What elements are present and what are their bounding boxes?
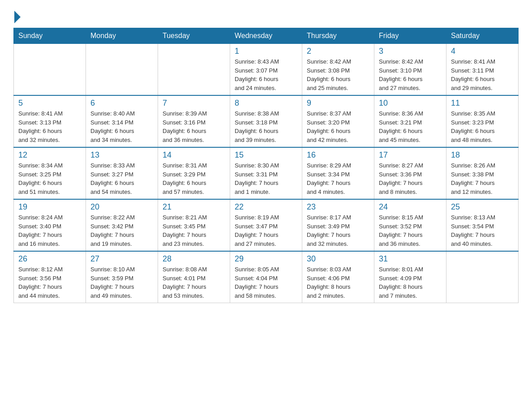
day-info: Sunrise: 8:39 AM Sunset: 3:16 PM Dayligh… bbox=[163, 109, 225, 144]
day-info: Sunrise: 8:01 AM Sunset: 4:09 PM Dayligh… bbox=[379, 265, 442, 300]
day-number: 5 bbox=[18, 98, 81, 108]
day-number: 17 bbox=[379, 150, 442, 160]
weekday-header-monday: Monday bbox=[86, 28, 158, 44]
calendar-cell: 12Sunrise: 8:34 AM Sunset: 3:25 PM Dayli… bbox=[14, 147, 86, 199]
calendar-cell: 4Sunrise: 8:41 AM Sunset: 3:11 PM Daylig… bbox=[446, 44, 519, 96]
day-info: Sunrise: 8:05 AM Sunset: 4:04 PM Dayligh… bbox=[235, 265, 297, 300]
week-row-2: 5Sunrise: 8:41 AM Sunset: 3:13 PM Daylig… bbox=[14, 95, 519, 147]
calendar-cell: 18Sunrise: 8:26 AM Sunset: 3:38 PM Dayli… bbox=[446, 147, 519, 199]
day-info: Sunrise: 8:30 AM Sunset: 3:31 PM Dayligh… bbox=[235, 161, 297, 196]
day-info: Sunrise: 8:34 AM Sunset: 3:25 PM Dayligh… bbox=[18, 161, 81, 196]
calendar-cell: 9Sunrise: 8:37 AM Sunset: 3:20 PM Daylig… bbox=[302, 95, 374, 147]
day-number: 7 bbox=[163, 98, 225, 108]
day-info: Sunrise: 8:41 AM Sunset: 3:13 PM Dayligh… bbox=[18, 109, 81, 144]
day-number: 22 bbox=[235, 202, 297, 212]
day-number: 15 bbox=[235, 150, 297, 160]
calendar-cell: 22Sunrise: 8:19 AM Sunset: 3:47 PM Dayli… bbox=[230, 199, 302, 251]
day-number: 18 bbox=[451, 150, 514, 160]
day-info: Sunrise: 8:22 AM Sunset: 3:42 PM Dayligh… bbox=[90, 213, 153, 248]
calendar-cell: 30Sunrise: 8:03 AM Sunset: 4:06 PM Dayli… bbox=[302, 251, 374, 303]
day-number: 10 bbox=[379, 98, 442, 108]
calendar-cell bbox=[86, 44, 158, 96]
day-number: 9 bbox=[307, 98, 369, 108]
calendar-cell: 25Sunrise: 8:13 AM Sunset: 3:54 PM Dayli… bbox=[446, 199, 519, 251]
page-header bbox=[13, 9, 519, 23]
calendar-cell: 6Sunrise: 8:40 AM Sunset: 3:14 PM Daylig… bbox=[86, 95, 158, 147]
day-info: Sunrise: 8:12 AM Sunset: 3:56 PM Dayligh… bbox=[18, 265, 81, 300]
day-number: 14 bbox=[163, 150, 225, 160]
day-number: 13 bbox=[90, 150, 153, 160]
day-number: 29 bbox=[235, 254, 297, 264]
weekday-header-sunday: Sunday bbox=[14, 28, 86, 44]
week-row-3: 12Sunrise: 8:34 AM Sunset: 3:25 PM Dayli… bbox=[14, 147, 519, 199]
calendar-cell: 26Sunrise: 8:12 AM Sunset: 3:56 PM Dayli… bbox=[14, 251, 86, 303]
calendar-cell: 11Sunrise: 8:35 AM Sunset: 3:23 PM Dayli… bbox=[446, 95, 519, 147]
day-number: 20 bbox=[90, 202, 153, 212]
day-number: 2 bbox=[307, 47, 369, 56]
day-info: Sunrise: 8:24 AM Sunset: 3:40 PM Dayligh… bbox=[18, 213, 81, 248]
calendar-cell: 31Sunrise: 8:01 AM Sunset: 4:09 PM Dayli… bbox=[374, 251, 446, 303]
day-info: Sunrise: 8:17 AM Sunset: 3:49 PM Dayligh… bbox=[307, 213, 369, 248]
calendar-cell: 16Sunrise: 8:29 AM Sunset: 3:34 PM Dayli… bbox=[302, 147, 374, 199]
day-info: Sunrise: 8:33 AM Sunset: 3:27 PM Dayligh… bbox=[90, 161, 153, 196]
day-info: Sunrise: 8:10 AM Sunset: 3:59 PM Dayligh… bbox=[90, 265, 153, 300]
day-info: Sunrise: 8:08 AM Sunset: 4:01 PM Dayligh… bbox=[163, 265, 225, 300]
week-row-4: 19Sunrise: 8:24 AM Sunset: 3:40 PM Dayli… bbox=[14, 199, 519, 251]
calendar-cell bbox=[446, 251, 519, 303]
day-info: Sunrise: 8:38 AM Sunset: 3:18 PM Dayligh… bbox=[235, 109, 297, 144]
calendar-cell bbox=[158, 44, 230, 96]
weekday-header-saturday: Saturday bbox=[446, 28, 519, 44]
day-info: Sunrise: 8:42 AM Sunset: 3:10 PM Dayligh… bbox=[379, 57, 442, 92]
day-info: Sunrise: 8:03 AM Sunset: 4:06 PM Dayligh… bbox=[307, 265, 369, 300]
day-info: Sunrise: 8:31 AM Sunset: 3:29 PM Dayligh… bbox=[163, 161, 225, 196]
day-info: Sunrise: 8:19 AM Sunset: 3:47 PM Dayligh… bbox=[235, 213, 297, 248]
weekday-header-friday: Friday bbox=[374, 28, 446, 44]
calendar-cell: 29Sunrise: 8:05 AM Sunset: 4:04 PM Dayli… bbox=[230, 251, 302, 303]
day-number: 1 bbox=[235, 47, 297, 56]
day-number: 23 bbox=[307, 202, 369, 212]
day-number: 30 bbox=[307, 254, 369, 264]
calendar-cell: 19Sunrise: 8:24 AM Sunset: 3:40 PM Dayli… bbox=[14, 199, 86, 251]
calendar-table: SundayMondayTuesdayWednesdayThursdayFrid… bbox=[13, 28, 519, 303]
day-info: Sunrise: 8:41 AM Sunset: 3:11 PM Dayligh… bbox=[451, 57, 514, 92]
day-number: 28 bbox=[163, 254, 225, 264]
calendar-cell: 2Sunrise: 8:42 AM Sunset: 3:08 PM Daylig… bbox=[302, 44, 374, 96]
day-info: Sunrise: 8:13 AM Sunset: 3:54 PM Dayligh… bbox=[451, 213, 514, 248]
day-number: 27 bbox=[90, 254, 153, 264]
day-info: Sunrise: 8:40 AM Sunset: 3:14 PM Dayligh… bbox=[90, 109, 153, 144]
day-info: Sunrise: 8:35 AM Sunset: 3:23 PM Dayligh… bbox=[451, 109, 514, 144]
day-info: Sunrise: 8:27 AM Sunset: 3:36 PM Dayligh… bbox=[379, 161, 442, 196]
calendar-cell: 13Sunrise: 8:33 AM Sunset: 3:27 PM Dayli… bbox=[86, 147, 158, 199]
day-info: Sunrise: 8:43 AM Sunset: 3:07 PM Dayligh… bbox=[235, 57, 297, 92]
calendar-cell: 7Sunrise: 8:39 AM Sunset: 3:16 PM Daylig… bbox=[158, 95, 230, 147]
week-row-5: 26Sunrise: 8:12 AM Sunset: 3:56 PM Dayli… bbox=[14, 251, 519, 303]
calendar-cell: 8Sunrise: 8:38 AM Sunset: 3:18 PM Daylig… bbox=[230, 95, 302, 147]
day-number: 26 bbox=[18, 254, 81, 264]
weekday-header-wednesday: Wednesday bbox=[230, 28, 302, 44]
calendar-cell: 28Sunrise: 8:08 AM Sunset: 4:01 PM Dayli… bbox=[158, 251, 230, 303]
day-number: 16 bbox=[307, 150, 369, 160]
day-info: Sunrise: 8:37 AM Sunset: 3:20 PM Dayligh… bbox=[307, 109, 369, 144]
logo-arrow-icon bbox=[14, 11, 21, 23]
calendar-cell: 17Sunrise: 8:27 AM Sunset: 3:36 PM Dayli… bbox=[374, 147, 446, 199]
calendar-cell: 5Sunrise: 8:41 AM Sunset: 3:13 PM Daylig… bbox=[14, 95, 86, 147]
day-number: 25 bbox=[451, 202, 514, 212]
day-number: 8 bbox=[235, 98, 297, 108]
day-info: Sunrise: 8:26 AM Sunset: 3:38 PM Dayligh… bbox=[451, 161, 514, 196]
calendar-cell: 15Sunrise: 8:30 AM Sunset: 3:31 PM Dayli… bbox=[230, 147, 302, 199]
day-number: 3 bbox=[379, 47, 442, 56]
calendar-cell: 20Sunrise: 8:22 AM Sunset: 3:42 PM Dayli… bbox=[86, 199, 158, 251]
weekday-header-row: SundayMondayTuesdayWednesdayThursdayFrid… bbox=[14, 28, 519, 44]
weekday-header-tuesday: Tuesday bbox=[158, 28, 230, 44]
day-number: 19 bbox=[18, 202, 81, 212]
day-number: 12 bbox=[18, 150, 81, 160]
day-number: 6 bbox=[90, 98, 153, 108]
day-number: 21 bbox=[163, 202, 225, 212]
day-info: Sunrise: 8:42 AM Sunset: 3:08 PM Dayligh… bbox=[307, 57, 369, 92]
calendar-cell: 23Sunrise: 8:17 AM Sunset: 3:49 PM Dayli… bbox=[302, 199, 374, 251]
calendar-cell: 10Sunrise: 8:36 AM Sunset: 3:21 PM Dayli… bbox=[374, 95, 446, 147]
calendar-cell bbox=[14, 44, 86, 96]
day-info: Sunrise: 8:29 AM Sunset: 3:34 PM Dayligh… bbox=[307, 161, 369, 196]
calendar-cell: 27Sunrise: 8:10 AM Sunset: 3:59 PM Dayli… bbox=[86, 251, 158, 303]
logo bbox=[13, 9, 21, 23]
